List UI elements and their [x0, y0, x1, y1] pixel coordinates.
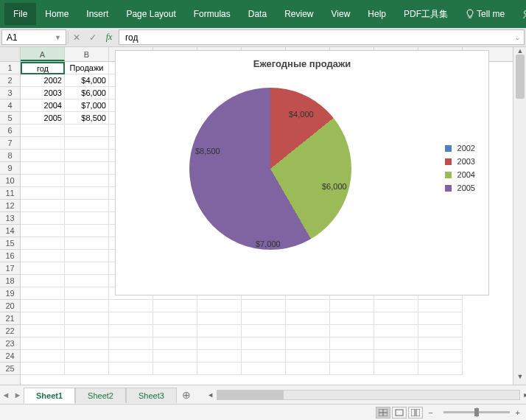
chart-object[interactable]: Ежегодные продажи $4,000 $6,000 $7,000 $… [115, 50, 489, 295]
row-header[interactable]: 2 [0, 74, 20, 87]
cell[interactable] [65, 363, 109, 375]
cell[interactable] [65, 212, 109, 225]
cell[interactable] [109, 363, 153, 375]
cell[interactable] [153, 337, 197, 350]
cell[interactable] [418, 350, 463, 363]
row-header[interactable]: 18 [0, 275, 20, 287]
cell[interactable] [330, 312, 374, 325]
cell[interactable] [374, 350, 418, 363]
cell[interactable] [21, 187, 65, 200]
cell[interactable] [21, 287, 65, 300]
tab-pdf-tools[interactable]: PDF工具集 [395, 2, 457, 27]
view-page-layout-button[interactable] [392, 407, 407, 419]
row-header[interactable]: 20 [0, 300, 20, 312]
tab-help[interactable]: Help [359, 3, 395, 25]
cell[interactable] [65, 337, 109, 350]
cell[interactable]: 2004 [21, 99, 65, 112]
cell[interactable] [65, 350, 109, 363]
horizontal-scrollbar[interactable]: ◄ ► [217, 390, 520, 400]
cell[interactable] [21, 250, 65, 262]
cell[interactable] [374, 312, 418, 325]
name-box[interactable]: A1 ▼ [1, 29, 66, 45]
cell[interactable]: $4,000 [65, 74, 109, 87]
cell[interactable] [65, 325, 109, 337]
row-header[interactable]: 3 [0, 87, 20, 99]
cell[interactable] [21, 350, 65, 363]
cell[interactable] [330, 300, 374, 312]
cell[interactable] [65, 225, 109, 237]
cell[interactable] [153, 325, 197, 337]
tab-home[interactable]: Home [36, 3, 77, 25]
row-header[interactable]: 11 [0, 187, 20, 200]
cell[interactable]: 2003 [21, 87, 65, 99]
cell[interactable] [65, 300, 109, 312]
cell[interactable] [418, 312, 463, 325]
cell[interactable]: $6,000 [65, 87, 109, 99]
cell[interactable] [21, 337, 65, 350]
cell[interactable] [330, 363, 374, 375]
scroll-left-icon[interactable]: ◄ [206, 391, 216, 399]
tab-data[interactable]: Data [239, 3, 276, 25]
scroll-down-icon[interactable]: ▼ [513, 373, 526, 385]
cell[interactable] [153, 350, 197, 363]
sheet-nav-next[interactable]: ► [12, 391, 24, 399]
cell[interactable] [286, 325, 330, 337]
cell[interactable] [65, 262, 109, 275]
tab-review[interactable]: Review [276, 3, 322, 25]
share-button[interactable]: Share [513, 3, 526, 26]
cell[interactable] [21, 237, 65, 250]
cell[interactable] [65, 200, 109, 212]
cell[interactable] [65, 287, 109, 300]
cell[interactable] [109, 350, 153, 363]
cell[interactable] [330, 325, 374, 337]
scrollbar-thumb[interactable] [516, 55, 525, 99]
cell[interactable] [21, 162, 65, 175]
scroll-right-icon[interactable]: ► [521, 391, 526, 399]
cell[interactable] [242, 363, 286, 375]
cell[interactable] [21, 300, 65, 312]
add-sheet-button[interactable]: ⊕ [177, 389, 196, 401]
cell[interactable] [65, 250, 109, 262]
cell[interactable] [286, 363, 330, 375]
cell[interactable]: Продажи [65, 62, 109, 74]
cell[interactable] [197, 300, 242, 312]
scrollbar-thumb-h[interactable] [217, 391, 284, 399]
col-header-b[interactable]: B [65, 47, 109, 61]
cell[interactable] [21, 212, 65, 225]
zoom-out-button[interactable]: − [428, 408, 432, 417]
cell[interactable] [109, 325, 153, 337]
cell[interactable] [65, 150, 109, 162]
row-header[interactable]: 10 [0, 175, 20, 187]
view-normal-button[interactable] [376, 407, 390, 419]
row-header[interactable]: 12 [0, 200, 20, 212]
cell[interactable] [21, 137, 65, 150]
cell[interactable] [418, 337, 463, 350]
expand-formula-bar-icon[interactable]: ⌄ [515, 34, 521, 41]
cell[interactable] [286, 312, 330, 325]
cell[interactable] [65, 275, 109, 287]
row-header[interactable]: 22 [0, 325, 20, 337]
cell[interactable] [242, 325, 286, 337]
cell[interactable] [197, 363, 242, 375]
sheet-nav-prev[interactable]: ◄ [0, 391, 12, 399]
cell[interactable] [21, 125, 65, 137]
row-header[interactable]: 5 [0, 112, 20, 125]
cell[interactable] [330, 350, 374, 363]
cell[interactable] [330, 337, 374, 350]
cell[interactable] [21, 225, 65, 237]
sheet-tab-1[interactable]: Sheet1 [24, 388, 75, 404]
cell[interactable] [418, 325, 463, 337]
row-header[interactable]: 19 [0, 287, 20, 300]
zoom-slider[interactable] [443, 411, 510, 413]
cell[interactable] [21, 200, 65, 212]
tell-me[interactable]: Tell me [457, 3, 513, 26]
cell[interactable] [286, 300, 330, 312]
row-header[interactable]: 7 [0, 137, 20, 150]
cell[interactable] [197, 337, 242, 350]
cell[interactable] [242, 312, 286, 325]
tab-insert[interactable]: Insert [77, 3, 117, 25]
cell[interactable] [197, 325, 242, 337]
cell[interactable] [65, 312, 109, 325]
zoom-knob[interactable] [474, 408, 479, 416]
view-page-break-button[interactable] [408, 407, 423, 419]
